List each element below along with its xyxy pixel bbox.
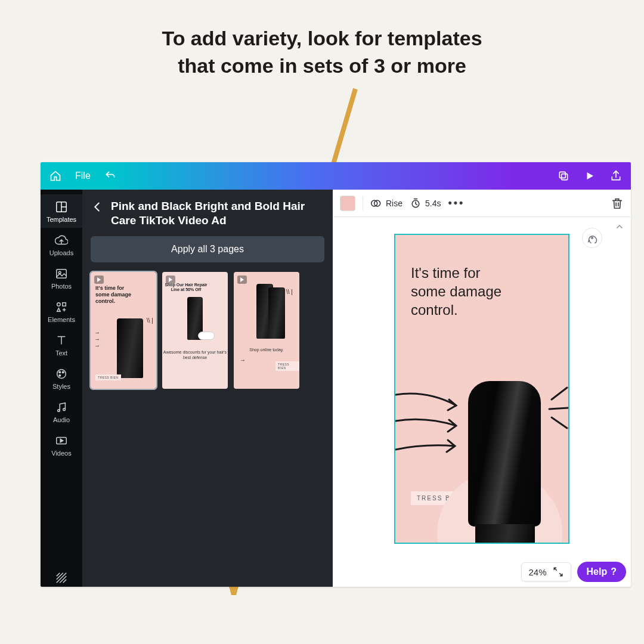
text-icon <box>55 334 68 347</box>
template-title: Pink and Black Bright and Bold Hair Care… <box>111 199 324 228</box>
thumb-1-text: It's time for some damage control. <box>95 285 143 305</box>
rail-elements[interactable]: Elements <box>41 295 82 328</box>
template-thumb-2[interactable]: Shop Our Hair Repair Line at 50% Off Awe… <box>162 272 228 389</box>
svg-point-10 <box>59 371 61 373</box>
rail-photos[interactable]: Photos <box>41 261 82 295</box>
side-rail: Templates Uploads Photos Elements <box>41 190 82 587</box>
file-menu[interactable]: File <box>75 171 91 181</box>
canvas-page[interactable]: It's time for some damage control. <box>394 234 569 544</box>
fill-color-swatch[interactable] <box>340 196 355 211</box>
rail-text[interactable]: Text <box>41 328 82 361</box>
photos-icon <box>55 267 68 280</box>
rail-elements-label: Elements <box>48 316 75 323</box>
apply-all-pages-button[interactable]: Apply all 3 pages <box>91 236 324 262</box>
scroll-up-icon[interactable] <box>614 222 625 233</box>
rail-uploads[interactable]: Uploads <box>41 228 82 261</box>
tutorial-headline-line1: To add variety, look for templates <box>0 25 644 52</box>
duration-label: 5.4s <box>425 199 441 208</box>
videos-icon <box>55 434 68 447</box>
templates-icon <box>55 200 68 213</box>
play-icon[interactable] <box>583 169 596 182</box>
templates-panel: Pink and Black Bright and Bold Hair Care… <box>82 190 333 587</box>
rail-videos[interactable]: Videos <box>41 428 82 462</box>
svg-point-9 <box>57 370 66 379</box>
play-badge-icon <box>94 275 104 284</box>
template-thumb-3[interactable]: \\ | Shop online today. → TRESS BIEN <box>234 272 299 389</box>
thumb-1-badge: TRESS BIEN <box>95 374 121 380</box>
rail-text-label: Text <box>55 349 67 357</box>
svg-point-13 <box>58 410 60 412</box>
zoom-control[interactable]: 24% <box>521 562 571 581</box>
elements-icon <box>55 301 68 314</box>
help-icon: ? <box>611 566 617 577</box>
help-button[interactable]: Help ? <box>577 562 626 582</box>
svg-rect-5 <box>57 270 67 278</box>
svg-point-7 <box>57 303 61 306</box>
rail-videos-label: Videos <box>51 450 71 457</box>
tutorial-headline-line2: that come in sets of 3 or more <box>0 52 644 80</box>
template-thumb-1[interactable]: It's time for some damage control. →→→ \… <box>91 272 156 389</box>
audio-icon <box>55 401 68 414</box>
copy-icon[interactable] <box>557 169 570 182</box>
share-icon[interactable] <box>609 169 623 182</box>
back-button[interactable] <box>91 200 105 215</box>
page-headline: It's time for some damage control. <box>411 264 501 320</box>
canvas-toolbar: Rise 5.4s ••• <box>333 190 631 217</box>
comment-button[interactable] <box>582 228 602 248</box>
svg-rect-0 <box>562 174 568 180</box>
animation-picker[interactable]: Rise <box>370 197 402 209</box>
zoom-value: 24% <box>529 567 547 577</box>
rail-styles-label: Styles <box>52 383 70 390</box>
styles-icon <box>55 367 68 380</box>
rail-audio[interactable]: Audio <box>41 395 82 428</box>
thumb-2-subtext: Awesome discounts for your hair's best d… <box>162 349 228 360</box>
thumb-3-badge: TRESS BIEN <box>275 361 299 371</box>
svg-rect-8 <box>63 303 66 306</box>
delete-button[interactable] <box>611 197 624 210</box>
canvas-area: Rise 5.4s ••• <box>333 190 631 587</box>
doodle-arrows-left <box>394 384 463 467</box>
more-menu[interactable]: ••• <box>448 197 465 209</box>
tutorial-headline: To add variety, look for templates that … <box>0 25 644 80</box>
rail-templates-label: Templates <box>47 216 76 223</box>
svg-point-11 <box>62 371 64 373</box>
help-label: Help <box>587 566 608 577</box>
product-tube-graphic <box>467 381 543 544</box>
duration-picker[interactable]: 5.4s <box>410 197 441 209</box>
template-thumbnails: It's time for some damage control. →→→ \… <box>91 272 324 389</box>
doodle-accent-right <box>541 384 569 438</box>
svg-rect-1 <box>559 172 565 178</box>
uploads-icon <box>55 234 68 247</box>
rail-background[interactable] <box>41 569 82 587</box>
svg-point-14 <box>63 408 66 411</box>
rail-photos-label: Photos <box>51 283 72 290</box>
animation-label: Rise <box>386 199 402 208</box>
rail-audio-label: Audio <box>53 416 70 423</box>
topbar: File <box>41 162 631 190</box>
home-icon[interactable] <box>49 169 62 182</box>
thumb-3-subtext: Shop online today. <box>234 347 299 352</box>
svg-point-12 <box>59 374 61 376</box>
rail-uploads-label: Uploads <box>49 249 73 256</box>
app-window: File Templates <box>41 162 631 587</box>
undo-icon[interactable] <box>104 169 117 182</box>
thumb-2-text: Shop Our Hair Repair Line at 50% Off <box>162 283 210 293</box>
play-badge-icon <box>237 275 247 284</box>
rail-styles[interactable]: Styles <box>41 361 82 395</box>
rail-templates[interactable]: Templates <box>41 194 82 228</box>
